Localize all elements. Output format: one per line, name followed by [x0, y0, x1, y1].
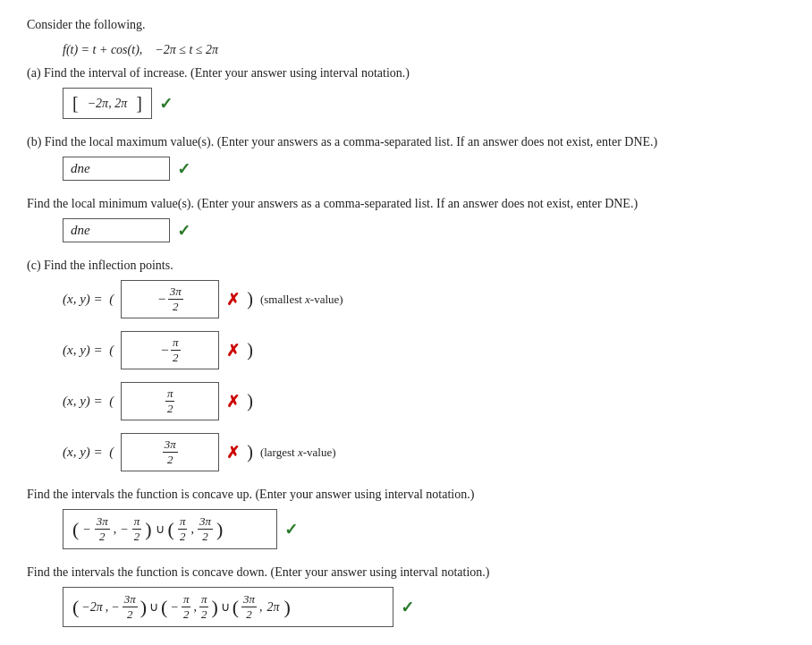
part-b-max-check: ✓	[177, 159, 190, 179]
concave-down-answer-row: ( −2π , − 3π 2 ) ∪ ( − π 2 , π 2 ) ∪ (	[63, 587, 785, 627]
inflection-point-1-label: (x, y) = (	[63, 292, 114, 307]
cd-comma-3: ,	[259, 600, 263, 615]
cd-union-2: ∪	[221, 599, 230, 615]
inflection-point-3-row: (x, y) = ( π 2 ✗ )	[63, 382, 785, 420]
part-b-min-input[interactable]: dne	[63, 218, 170, 242]
cd-union-1: ∪	[149, 599, 158, 615]
cd-open-paren-1: (	[72, 596, 79, 619]
neg-sign-1: −	[157, 292, 166, 307]
concave-up-answer-row: ( − 3π 2 , − π 2 ) ∪ ( π 2 , 3π 2	[63, 509, 785, 549]
cu-open-paren-2: (	[168, 518, 174, 541]
cd-open-paren-3: (	[233, 596, 239, 619]
part-b-max: (b) Find the local maximum value(s). (En…	[27, 135, 785, 181]
part-b-min: Find the local minimum value(s). (Enter …	[27, 197, 785, 242]
cu-open-paren-1: (	[72, 518, 79, 541]
inflection-point-3-label: (x, y) = (	[63, 394, 114, 409]
inflection-point-2-x-icon: ✗	[226, 341, 240, 361]
inflection-point-4-note: (largest x-value)	[260, 446, 336, 460]
part-b-min-answer-row: dne ✓	[63, 218, 785, 242]
inflection-point-4-input[interactable]: 3π 2	[121, 433, 219, 471]
inflection-point-4-row: (x, y) = ( 3π 2 ✗ ) (largest x-value)	[63, 433, 785, 471]
inflection-point-2-label: (x, y) = (	[63, 343, 114, 358]
cd-frac-2: π 2	[182, 592, 191, 622]
inflection-point-1-note: (smallest x-value)	[260, 293, 343, 307]
inflection-point-1-row: (x, y) = ( − 3π 2 ✗ ) (smallest x-value)	[63, 280, 785, 318]
cd-frac-4: 3π 2	[241, 592, 257, 622]
cu-comma-2: ,	[190, 522, 194, 537]
concave-up-question: Find the intervals the function is conca…	[27, 488, 785, 502]
part-c: (c) Find the inflection points. (x, y) =…	[27, 259, 785, 471]
part-a-check: ✓	[159, 94, 173, 114]
part-a-answer-row: [ −2π, 2π ] ✓	[63, 88, 785, 119]
cd-close-paren-3: )	[284, 596, 291, 619]
neg-sign-2: −	[160, 343, 169, 358]
cu-neg-1: −	[82, 522, 90, 537]
func-label: f(t) = t + cos(t), −2π ≤ t ≤ 2π	[63, 43, 218, 56]
cd-frac-3: π 2	[199, 592, 209, 622]
part-b-min-check: ✓	[177, 221, 190, 241]
concave-down-input[interactable]: ( −2π , − 3π 2 ) ∪ ( − π 2 , π 2 ) ∪ (	[63, 587, 393, 627]
part-b-max-value: dne	[71, 161, 90, 176]
inflection-point-1-x-icon: ✗	[226, 290, 240, 310]
part-c-question: (c) Find the inflection points.	[27, 259, 785, 273]
cu-union-1: ∪	[156, 522, 165, 537]
part-a-question: (a) Find the interval of increase. (Ente…	[27, 66, 785, 81]
cu-comma-1: ,	[114, 522, 117, 537]
concave-down: Find the intervals the function is conca…	[27, 565, 785, 627]
cu-neg-2: −	[120, 522, 128, 537]
paren-close-2: )	[247, 340, 253, 361]
cd-comma-1: ,	[106, 600, 109, 615]
cd-comma-2: ,	[193, 600, 197, 615]
inflection-point-4-label: (x, y) = (	[63, 445, 114, 460]
function-definition: f(t) = t + cos(t), −2π ≤ t ≤ 2π	[63, 43, 785, 57]
bracket-left: [	[72, 93, 79, 114]
cd-neg-1: −2π	[81, 600, 102, 615]
paren-close-4: )	[247, 442, 253, 463]
part-a-input[interactable]: [ −2π, 2π ]	[63, 88, 152, 119]
concave-up: Find the intervals the function is conca…	[27, 488, 785, 549]
paren-close-1: )	[247, 289, 253, 310]
part-b-max-input[interactable]: dne	[63, 157, 170, 181]
part-a: (a) Find the interval of increase. (Ente…	[27, 66, 785, 119]
bracket-right: ]	[136, 93, 142, 114]
cd-close-paren-2: )	[211, 596, 217, 619]
cd-val-2pi: 2π	[266, 600, 282, 615]
part-b-max-answer-row: dne ✓	[63, 157, 785, 181]
part-a-value: −2π, 2π	[82, 97, 132, 111]
cd-open-paren-2: (	[161, 596, 167, 619]
cu-frac-4: 3π 2	[198, 514, 213, 544]
concave-down-check: ✓	[401, 598, 414, 617]
cd-close-paren-1: )	[140, 596, 147, 619]
cu-frac-1: 3π 2	[95, 514, 110, 544]
inflection-point-2-input[interactable]: − π 2	[121, 331, 219, 369]
fraction-3: π 2	[165, 386, 175, 416]
intro-text: Consider the following.	[27, 18, 785, 32]
inflection-point-4-x-icon: ✗	[226, 443, 240, 463]
paren-close-3: )	[247, 391, 253, 412]
concave-up-check: ✓	[284, 520, 298, 539]
part-b-min-question: Find the local minimum value(s). (Enter …	[27, 197, 785, 211]
cd-frac-1: 3π 2	[123, 592, 138, 622]
inflection-point-2-row: (x, y) = ( − π 2 ✗ )	[63, 331, 785, 369]
fraction-4: 3π 2	[163, 437, 178, 467]
cu-close-paren-2: )	[216, 518, 223, 541]
cu-frac-3: π 2	[178, 514, 188, 544]
inflection-point-3-input[interactable]: π 2	[121, 382, 219, 420]
cd-neg-3: −	[170, 600, 178, 615]
cd-neg-2: −	[111, 600, 119, 615]
inflection-point-3-x-icon: ✗	[226, 392, 240, 412]
inflection-point-1-input[interactable]: − 3π 2	[121, 280, 219, 318]
cu-frac-2: π 2	[132, 514, 142, 544]
fraction-2: π 2	[171, 335, 181, 365]
concave-up-input[interactable]: ( − 3π 2 , − π 2 ) ∪ ( π 2 , 3π 2	[63, 509, 277, 549]
fraction-1: 3π 2	[168, 284, 183, 314]
concave-down-question: Find the intervals the function is conca…	[27, 565, 785, 580]
part-b-min-value: dne	[71, 223, 90, 238]
cu-close-paren-1: )	[145, 518, 151, 541]
part-b-max-question: (b) Find the local maximum value(s). (En…	[27, 135, 785, 149]
